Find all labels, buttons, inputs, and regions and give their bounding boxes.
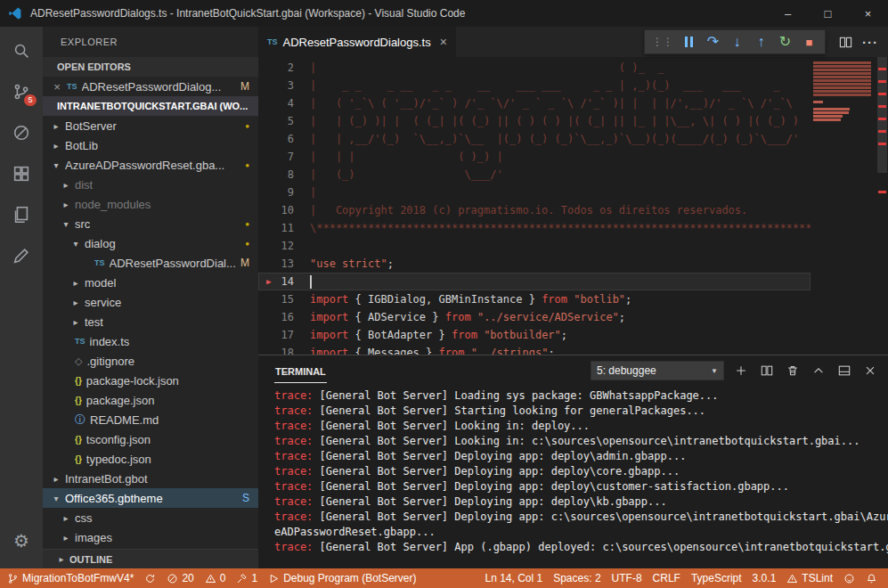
code-line-15[interactable]: 15import { IGBDialog, GBMinInstance } fr…	[258, 290, 811, 308]
close-panel-icon[interactable]	[861, 362, 879, 380]
code-line-14[interactable]: ▶14	[258, 273, 811, 290]
toggle-panel-icon[interactable]	[835, 362, 853, 380]
debug-program-status[interactable]: Debug Program (BotServer)	[263, 568, 421, 588]
collapse-panel-icon[interactable]	[810, 362, 827, 380]
cursor-position-status[interactable]: Ln 14, Col 1	[479, 568, 548, 588]
tree-item-css[interactable]: ▸css	[43, 508, 258, 527]
split-editor-icon[interactable]	[835, 31, 856, 53]
source-control-icon[interactable]: 5	[0, 71, 43, 112]
restart-icon[interactable]: ↻	[774, 31, 796, 53]
terminal-selector-dropdown[interactable]: 5: debuggee ▼	[591, 361, 724, 380]
close-button[interactable]: ×	[848, 0, 888, 27]
notifications-status[interactable]	[860, 568, 883, 588]
files-icon[interactable]	[0, 194, 43, 235]
editor-tab-active[interactable]: TS ADResetPasswordDialogs.ts ×	[258, 27, 456, 57]
indentation-status[interactable]: Spaces: 2	[548, 568, 606, 588]
tree-item-dialog[interactable]: ▾dialog●	[43, 233, 258, 253]
workspace-folder-header[interactable]: INTRANETBOTQUICKSTART.GBAI (WO...	[43, 96, 258, 116]
kill-terminal-icon[interactable]	[784, 362, 802, 380]
status-label: 3.0.1	[753, 572, 777, 584]
warnings-status[interactable]: 0	[200, 568, 232, 588]
step-over-icon[interactable]: ↷	[702, 31, 724, 53]
tree-item-node-modules[interactable]: ▸node_modules	[43, 194, 258, 214]
code-line-3[interactable]: 3| _ _ _ __ _ _ __ ___ ___ _ _ | ,_)(_) …	[258, 77, 811, 94]
minimap[interactable]	[811, 57, 876, 355]
code-line-11[interactable]: 11\*************************************…	[258, 219, 811, 237]
code-line-2[interactable]: 2| ( )_ _ |	[258, 59, 811, 77]
tree-item-typedoc-json[interactable]: {}typedoc.json	[43, 449, 258, 469]
tree-item-package-json[interactable]: {}package.json	[43, 390, 258, 410]
new-terminal-icon[interactable]	[732, 362, 750, 380]
close-icon[interactable]: ×	[52, 80, 62, 94]
terminal-output[interactable]: trace: [General Bot Server] Loading sys …	[258, 386, 888, 568]
terminal-tab[interactable]: TERMINAL	[274, 358, 327, 383]
feedback-status[interactable]	[838, 568, 860, 588]
open-editors-header[interactable]: OPEN EDITORS	[43, 57, 258, 77]
tree-item-src[interactable]: ▾src●	[43, 214, 258, 233]
minimize-button[interactable]: –	[768, 0, 808, 27]
debug-toolbar-drag-handle[interactable]: ⋮⋮	[652, 36, 673, 48]
step-into-icon[interactable]: ↓	[726, 31, 748, 53]
code-line-8[interactable]: 8| (_) \___/' |	[258, 166, 811, 184]
tree-item-index-ts[interactable]: TSindex.ts	[43, 331, 258, 351]
tree-item-label: tsconfig.json	[86, 433, 151, 446]
code-line-17[interactable]: 17import { BotAdapter } from "botbuilder…	[258, 326, 811, 344]
tslint-status[interactable]: TSLint	[781, 568, 838, 588]
open-editor-item[interactable]: × TS ADResetPasswordDialog... M	[43, 77, 258, 96]
line-number: 6	[288, 133, 294, 145]
editor-scrollbar[interactable]	[876, 57, 888, 355]
close-tab-icon[interactable]: ×	[440, 35, 447, 49]
code-line-18[interactable]: 18import { Messages } from "../strings";	[258, 344, 811, 355]
search-icon[interactable]	[0, 30, 43, 71]
edit-icon[interactable]	[0, 235, 43, 276]
extensions-icon[interactable]	[0, 153, 43, 194]
tree-item-botlib[interactable]: ▸BotLib	[43, 135, 258, 155]
sync-status[interactable]	[139, 568, 161, 588]
code-line-5[interactable]: 5| | (_) )| | ( (_| |( (_) || ( ) ( ) |(…	[258, 112, 811, 130]
tree-item-test[interactable]: ▸test	[43, 312, 258, 331]
language-mode-status[interactable]: TypeScript	[686, 568, 747, 588]
tree-item-service[interactable]: ▸service	[43, 292, 258, 312]
code-line-9[interactable]: 9| |	[258, 184, 811, 201]
tree-item-dist[interactable]: ▸dist	[43, 175, 258, 194]
tree-item-tsconfig-json[interactable]: {}tsconfig.json	[43, 429, 258, 449]
tree-item-images[interactable]: ▸images	[43, 527, 258, 547]
code-line-4[interactable]: 4| ( '_`\ ( '__)/'_` ) /'_ `\/' _ ` _ `\…	[258, 94, 811, 112]
tree-item-package-lock-json[interactable]: {}package-lock.json	[43, 371, 258, 390]
tree-item-model[interactable]: ▸model	[43, 273, 258, 292]
tasks-status[interactable]: 1	[231, 568, 263, 588]
code-line-13[interactable]: 13"use strict";	[258, 255, 811, 273]
warning-icon	[205, 573, 216, 584]
code-line-16[interactable]: 16import { ADService } from "../service/…	[258, 308, 811, 326]
maximize-button[interactable]: □	[808, 0, 848, 27]
pause-icon[interactable]	[678, 31, 700, 53]
git-branch-status[interactable]: MigrationToBotFmwV4*	[2, 568, 139, 588]
typescript-version-status[interactable]: 3.0.1	[747, 568, 782, 588]
tree-item-readme-md[interactable]: ⓘREADME.md	[43, 410, 258, 429]
circle-slash-icon[interactable]	[0, 112, 43, 153]
split-terminal-icon[interactable]	[758, 362, 776, 380]
scrollbar-thumb[interactable]	[877, 57, 887, 173]
code-token: | ( '_`\ ( '__)/'_` ) /'_ `\/' _ ` _ `\ …	[310, 97, 811, 110]
stop-icon[interactable]: ■	[798, 31, 820, 53]
step-out-icon[interactable]: ↑	[750, 31, 772, 53]
tree-item-office365-gbtheme[interactable]: ▾Office365.gbthemeS	[43, 488, 258, 508]
code-line-7[interactable]: 7| | | ( )_) | |	[258, 148, 811, 166]
code-line-10[interactable]: 10| Copyright 2018 (c) pragmatismo.io. T…	[258, 201, 811, 219]
editor-actions: ···	[835, 27, 888, 57]
eol-status[interactable]: CRLF	[648, 568, 686, 588]
code-content[interactable]: 2| ( )_ _ |3| _ _ _ __ _ _ __ ___ ___ _ …	[258, 57, 811, 355]
tree-item-azureadpasswordreset-gba[interactable]: ▾AzureADPasswordReset.gba...●	[43, 155, 258, 175]
outline-section-header[interactable]: ▸ OUTLINE	[43, 549, 258, 568]
more-actions-icon[interactable]: ···	[859, 31, 881, 53]
modified-dot-icon: ●	[245, 122, 249, 130]
tree-item-adresetpassworddial[interactable]: TSADResetPasswordDial...M	[43, 253, 258, 273]
code-line-12[interactable]: 12	[258, 237, 811, 255]
code-line-6[interactable]: 6| | ,__/'(_) `\__,_)`\__ |(_) (_) (_)`\…	[258, 130, 811, 148]
errors-status[interactable]: 20	[161, 568, 199, 588]
tree-item-intranetbot-gbot[interactable]: ▸IntranetBot.gbot	[43, 469, 258, 488]
tree-item-gitignore[interactable]: ◇.gitignore	[43, 351, 258, 371]
settings-gear-icon[interactable]: ⚙	[0, 520, 43, 561]
encoding-status[interactable]: UTF-8	[607, 568, 648, 588]
tree-item-botserver[interactable]: ▸BotServer●	[43, 116, 258, 135]
